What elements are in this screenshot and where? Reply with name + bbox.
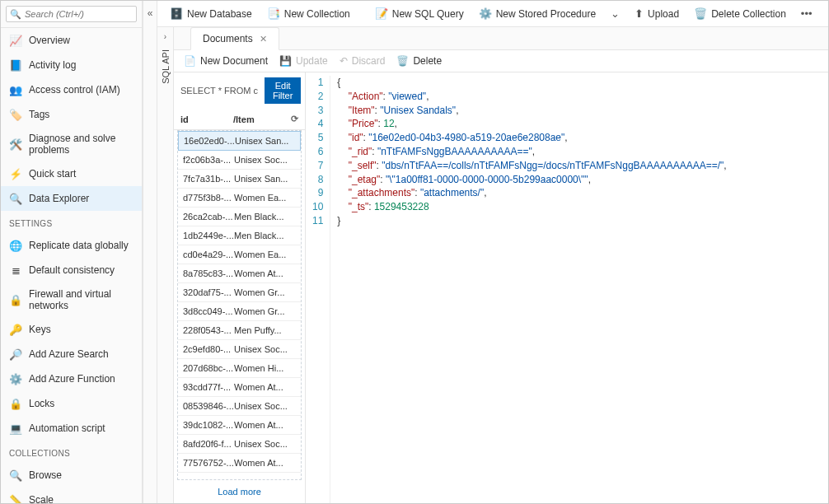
document-list[interactable]: 16e02ed0-...Unisex San...f2c06b3a-...Uni…	[177, 130, 302, 480]
nav-label: Overview	[29, 35, 70, 46]
sidebar-item-tags[interactable]: 🏷️Tags	[1, 102, 142, 127]
sidebar-item-activity-log[interactable]: 📘Activity log	[1, 53, 142, 77]
close-icon[interactable]: ✕	[260, 34, 267, 44]
feedback-button[interactable]: ☺Feedback	[825, 4, 830, 23]
doc-id-cell: 228f0543-...	[183, 325, 234, 335]
trash-icon: 🗑️	[396, 55, 409, 67]
tab-documents[interactable]: Documents ✕	[190, 27, 279, 50]
stored-procedure-dropdown[interactable]: ⌄	[605, 4, 625, 23]
doc-id-cell: f2c06b3a-...	[183, 155, 234, 165]
document-row[interactable]: 39dc1082-...Women At...	[178, 416, 301, 435]
nav-label: Add Azure Function	[29, 373, 115, 385]
undo-icon: ↶	[340, 55, 348, 67]
document-row[interactable]: 207d68bc-...Women Hi...	[178, 359, 301, 378]
doc-id-cell: 16e02ed0-...	[184, 136, 235, 146]
document-row[interactable]: 8afd20f6-f...Unisex Soc...	[178, 435, 301, 454]
sidebar-item-scale[interactable]: 📏Scale	[1, 488, 142, 503]
sidebar-collapse-button[interactable]: «	[143, 1, 157, 503]
document-row[interactable]: 3d8cc049-...Women Gr...	[178, 302, 301, 321]
delete-label: Delete	[413, 55, 442, 67]
new-collection-label: New Collection	[284, 8, 350, 20]
doc-item-cell: Unisex San...	[235, 136, 295, 146]
nav-label: Scale	[29, 494, 54, 503]
sidebar-item-default-consistency[interactable]: ≣Default consistency	[1, 258, 142, 282]
discard-label: Discard	[352, 55, 386, 67]
expand-chevron-icon[interactable]: ›	[164, 32, 166, 41]
main-area: 🗄️New Database 📑New Collection 📝New SQL …	[157, 1, 828, 503]
document-row[interactable]: 16e02ed0-...Unisex San...	[178, 131, 301, 151]
doc-item-cell: Women Gr...	[234, 306, 296, 316]
sidebar-item-data-explorer[interactable]: 🔍Data Explorer	[1, 186, 142, 211]
sidebar-item-add-azure-function[interactable]: ⚙️Add Azure Function	[1, 366, 142, 391]
json-editor[interactable]: 1234567891011 { "Action": "viewed", "Ite…	[306, 72, 828, 503]
delete-button[interactable]: 🗑️Delete	[396, 55, 442, 67]
json-code[interactable]: { "Action": "viewed", "Item": "Unisex Sa…	[330, 76, 733, 503]
doc-item-cell: Men Puffy...	[234, 325, 296, 335]
doc-id-cell: 77576752-...	[183, 458, 234, 468]
document-toolbar: 📄New Document 💾Update ↶Discard 🗑️Delete	[174, 50, 828, 72]
sidebar-item-browse[interactable]: 🔍Browse	[1, 463, 142, 488]
doc-item-cell: Unisex Soc...	[234, 344, 296, 354]
new-database-label: New Database	[187, 8, 252, 20]
sql-api-strip: › SQL API	[157, 27, 174, 503]
document-row[interactable]: 93cdd77f-...Women At...	[178, 378, 301, 397]
new-database-button[interactable]: 🗄️New Database	[164, 4, 258, 23]
nav-label: Automation script	[29, 422, 105, 434]
document-row[interactable]: 08539846-...Unisex Soc...	[178, 397, 301, 416]
settings-icon: ≣	[9, 264, 22, 277]
new-collection-button[interactable]: 📑New Collection	[261, 4, 356, 23]
document-row[interactable]: d775f3b8-...Women Ea...	[178, 189, 301, 208]
collections-header: COLLECTIONS	[1, 441, 142, 463]
doc-item-cell: Women Gr...	[234, 287, 296, 297]
sidebar-item-firewall-and-virtual-networks[interactable]: 🔒Firewall and virtual networks	[1, 282, 142, 317]
edit-filter-button[interactable]: Edit Filter	[265, 77, 301, 104]
doc-id-cell: 1db2449e-...	[183, 231, 234, 240]
more-button[interactable]: •••	[795, 4, 818, 23]
new-sql-query-button[interactable]: 📝New SQL Query	[369, 4, 470, 23]
nav-label: Tags	[29, 109, 49, 120]
sidebar-item-diagnose-and-solve-problems[interactable]: 🛠️Diagnose and solve problems	[1, 127, 142, 161]
document-row[interactable]: 1db2449e-...Men Black...	[178, 226, 301, 245]
sidebar-scroll[interactable]: 📈Overview📘Activity log👥Access control (I…	[1, 28, 142, 503]
document-row[interactable]: 77576752-...Women At...	[178, 454, 301, 473]
document-row[interactable]: 8a785c83-...Women At...	[178, 264, 301, 283]
new-stored-procedure-button[interactable]: ⚙️New Stored Procedure	[473, 4, 602, 23]
nav-label: Browse	[29, 469, 62, 481]
column-id-header[interactable]: id	[180, 114, 233, 124]
nav-label: Add Azure Search	[29, 348, 109, 360]
new-document-label: New Document	[200, 55, 268, 67]
search-input[interactable]	[6, 6, 137, 22]
discard-button: ↶Discard	[340, 55, 386, 67]
delete-collection-button[interactable]: 🗑️Delete Collection	[688, 4, 792, 23]
top-icon: 📈	[9, 34, 22, 47]
doc-id-cell: 08539846-...	[183, 401, 234, 411]
document-row[interactable]: f2c06b3a-...Unisex Soc...	[178, 151, 301, 170]
nav-label: Keys	[29, 324, 51, 335]
upload-button[interactable]: ⬆Upload	[629, 4, 685, 23]
load-more-link[interactable]: Load more	[174, 480, 305, 503]
document-row[interactable]: 228f0543-...Men Puffy...	[178, 321, 301, 340]
sidebar-item-overview[interactable]: 📈Overview	[1, 28, 142, 53]
sidebar-item-keys[interactable]: 🔑Keys	[1, 317, 142, 342]
collection-icon: 📑	[267, 7, 280, 20]
nav-label: Quick start	[29, 168, 76, 180]
sidebar-item-quick-start[interactable]: ⚡Quick start	[1, 161, 142, 186]
doc-id-cell: d775f3b8-...	[183, 193, 234, 203]
sidebar-item-locks[interactable]: 🔒Locks	[1, 391, 142, 416]
collections-icon: 🔍	[9, 469, 22, 482]
sidebar-item-access-control-iam-[interactable]: 👥Access control (IAM)	[1, 77, 142, 102]
column-item-header[interactable]: /Item	[233, 114, 291, 124]
new-document-button[interactable]: 📄New Document	[184, 55, 268, 67]
sidebar-item-replicate-data-globally[interactable]: 🌐Replicate data globally	[1, 233, 142, 258]
sql-api-label: SQL API	[161, 49, 171, 84]
document-row[interactable]: cd0e4a29-...Women Ea...	[178, 245, 301, 264]
sidebar-item-add-azure-search[interactable]: 🔎Add Azure Search	[1, 342, 142, 366]
document-row[interactable]: 7fc7a31b-...Unisex San...	[178, 170, 301, 189]
doc-id-cell: 26ca2cab-...	[183, 212, 234, 222]
sidebar-item-automation-script[interactable]: 💻Automation script	[1, 416, 142, 441]
gear-icon: ⚙️	[479, 7, 492, 20]
refresh-icon[interactable]: ⟳	[291, 114, 298, 124]
document-row[interactable]: 320daf75-...Women Gr...	[178, 283, 301, 302]
document-row[interactable]: 2c9efd80-...Unisex Soc...	[178, 340, 301, 359]
document-row[interactable]: 26ca2cab-...Men Black...	[178, 208, 301, 226]
